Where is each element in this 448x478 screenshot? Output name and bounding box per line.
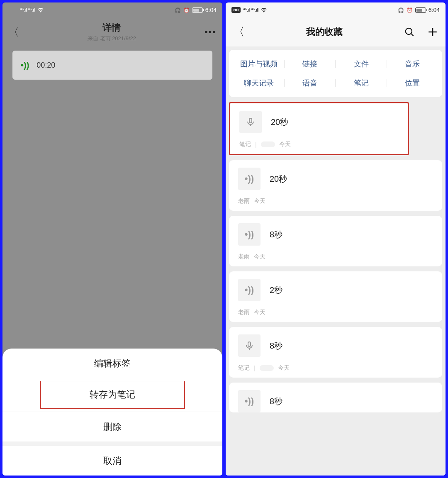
favorite-meta: 老雨今天 [238,198,433,205]
mic-icon [239,111,262,133]
cat-chats[interactable]: 聊天记录 [233,78,285,88]
back-icon[interactable]: 〈 [233,24,245,40]
favorite-item[interactable]: •))20秒老雨今天 [229,160,442,211]
battery-icon [192,7,203,13]
headset-icon [398,7,404,13]
status-time: 6:04 [205,7,217,13]
blurred-name [261,141,275,147]
wifi-icon [37,7,44,12]
search-icon[interactable] [404,27,415,37]
status-bar: ⁴ᴳ.ıll ⁴ᴳ.ıll 6:04 [226,2,446,17]
cat-notes[interactable]: 笔记 [336,78,387,88]
favorite-title: 8秒 [270,229,282,240]
alarm-icon [407,7,413,13]
svg-rect-4 [249,118,252,123]
favorite-item[interactable]: •))2秒老雨今天 [229,271,442,322]
cat-links[interactable]: 链接 [285,59,336,69]
favorite-item[interactable]: •))8秒 [229,383,442,412]
sound-icon: •)) [238,390,261,412]
favorite-title: 8秒 [270,340,282,351]
signal-icon: ⁴ᴳ.ıll ⁴ᴳ.ıll [20,7,35,13]
page-title: 我的收藏 [245,26,404,38]
svg-point-0 [406,28,412,34]
favorite-item[interactable]: 20秒笔记|今天 [229,102,409,155]
favorites-body: 图片与视频 链接 文件 音乐 聊天记录 语音 笔记 位置 20秒笔记|今天•))… [226,46,446,476]
phone-left: ⁴ᴳ.ıll ⁴ᴳ.ıll 6:04 〈 详情 来自 老雨 2021/9/22 … [2,2,222,476]
wifi-icon [261,7,267,12]
hd-badge-icon [231,7,241,13]
sheet-save-as-note[interactable]: 转存为笔记 [40,381,185,409]
cat-voice[interactable]: 语音 [285,78,336,88]
voice-play-icon: •)) [21,61,29,70]
sheet-divider [2,441,222,446]
cat-images-videos[interactable]: 图片与视频 [233,59,285,69]
cat-location[interactable]: 位置 [387,78,438,88]
voice-duration: 00:20 [37,61,55,70]
cat-files[interactable]: 文件 [336,59,387,69]
headset-icon [175,7,181,13]
favorite-item[interactable]: •))8秒老雨今天 [229,216,442,266]
favorite-meta: 笔记|今天 [238,364,433,372]
favorite-meta: 老雨今天 [238,253,433,261]
sound-icon: •)) [238,223,261,246]
favorite-title: 8秒 [270,396,282,407]
nav-header-left: 〈 详情 来自 老雨 2021/9/22 ••• [2,17,222,46]
voice-message-card[interactable]: •)) 00:20 [12,51,212,80]
favorite-item[interactable]: 8秒笔记|今天 [229,327,442,378]
more-icon[interactable]: ••• [205,27,217,37]
sound-icon: •)) [238,279,261,301]
blurred-name [260,365,274,371]
phone-right: ⁴ᴳ.ıll ⁴ᴳ.ıll 6:04 〈 我的收藏 图片与视频 [226,2,446,476]
sheet-delete[interactable]: 删除 [2,412,222,441]
page-title: 详情 [19,22,205,34]
battery-icon [415,7,426,13]
status-bar: ⁴ᴳ.ıll ⁴ᴳ.ıll 6:04 [2,2,222,17]
back-icon[interactable]: 〈 [8,25,19,39]
sound-icon: •)) [238,168,261,190]
favorite-title: 20秒 [271,117,288,128]
page-subtitle: 来自 老雨 2021/9/22 [19,35,205,42]
svg-rect-6 [248,342,251,346]
favorite-meta: 老雨今天 [238,309,433,316]
svg-line-1 [411,34,413,36]
sheet-edit-tag[interactable]: 编辑标签 [2,349,222,378]
nav-header-right: 〈 我的收藏 [226,17,446,46]
add-icon[interactable] [427,27,438,37]
signal-icon: ⁴ᴳ.ıll ⁴ᴳ.ıll [243,7,258,13]
alarm-icon [183,7,190,13]
sheet-cancel[interactable]: 取消 [2,446,222,476]
category-card: 图片与视频 链接 文件 音乐 聊天记录 语音 笔记 位置 [229,50,442,97]
status-time: 6:04 [429,7,440,13]
favorites-list: 20秒笔记|今天•))20秒老雨今天•))8秒老雨今天•))2秒老雨今天8秒笔记… [229,102,442,412]
hd-badge-icon [8,7,17,13]
action-sheet: 编辑标签 转存为笔记 删除 取消 [2,349,222,476]
favorite-meta: 笔记|今天 [239,141,399,148]
favorite-title: 20秒 [270,173,287,185]
favorite-title: 2秒 [270,285,282,296]
cat-music[interactable]: 音乐 [387,59,438,69]
mic-icon [238,334,261,357]
